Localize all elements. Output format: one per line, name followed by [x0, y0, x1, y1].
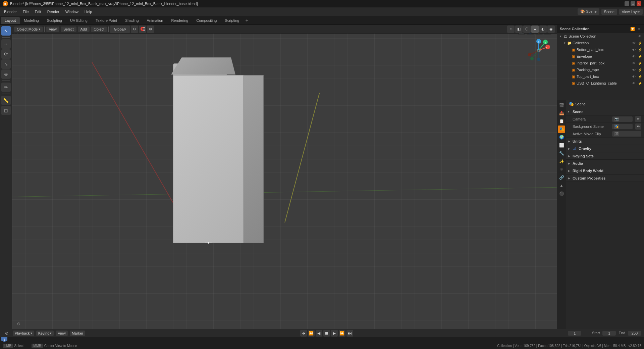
start-frame-input[interactable]: 1	[602, 331, 616, 336]
3d-viewport[interactable]: User Perspective (Local) (1) Collection …	[12, 25, 557, 329]
snap-toggle[interactable]: 🧲	[139, 26, 146, 33]
menu-file[interactable]: File	[20, 9, 32, 15]
tab-layout[interactable]: Layout	[1, 17, 20, 24]
play-button[interactable]: ▶	[331, 330, 338, 337]
render-properties-icon[interactable]: 🎬	[558, 101, 565, 109]
play-reverse-button[interactable]: ◀	[316, 330, 322, 337]
menu-help[interactable]: Help	[82, 9, 95, 15]
move-tool[interactable]: ↔	[1, 39, 11, 49]
tab-rendering[interactable]: Rendering	[167, 17, 192, 24]
transform-tool[interactable]: ⊕	[1, 69, 11, 79]
rendered-mode[interactable]: ◉	[547, 26, 555, 33]
rigid-body-world-section[interactable]: ▶ Rigid Body World	[566, 167, 644, 174]
view-layer-icon[interactable]: 📋	[558, 117, 565, 125]
scene-properties-icon[interactable]: 🎭	[558, 126, 565, 133]
outliner-item-packing-tape[interactable]: ▣ Packing_tape 👁 ⚡	[557, 66, 644, 73]
stop-button[interactable]: ⏹	[323, 330, 330, 337]
outliner-item-botton-part[interactable]: ▣ Botton_part_box 👁 ⚡	[557, 46, 644, 53]
object-properties-icon[interactable]: ⬜	[558, 142, 565, 149]
custom-properties-section[interactable]: ▶ Custom Properties	[566, 174, 644, 182]
transform-global-selector[interactable]: Global ▾	[110, 26, 130, 33]
constraints-icon[interactable]: 🔗	[558, 174, 565, 181]
close-button[interactable]: ✕	[637, 1, 641, 6]
annotate-tool[interactable]: ✏	[1, 83, 11, 92]
timeline-collapse-icon[interactable]: ⊙	[3, 329, 11, 337]
scene-selector[interactable]: Scene	[601, 9, 617, 15]
movie-clip-value[interactable]: 🎬	[612, 131, 641, 137]
tab-animation[interactable]: Animation	[143, 17, 167, 24]
view-menu[interactable]: View	[46, 27, 59, 32]
xray-toggle[interactable]: ◧	[515, 26, 523, 33]
camera-prop-value[interactable]: 📷	[612, 116, 633, 122]
jump-end-button[interactable]: ⏭	[346, 330, 353, 337]
tab-compositing[interactable]: Compositing	[192, 17, 221, 24]
tab-uv-editing[interactable]: UV Editing	[66, 17, 92, 24]
object-menu[interactable]: Object	[91, 27, 107, 32]
outliner-item-top-part[interactable]: ▣ Top_part_box 👁 ⚡	[557, 73, 644, 80]
overlay-options-icon[interactable]: ⊙	[15, 320, 23, 328]
menu-edit[interactable]: Edit	[32, 9, 44, 15]
add-cube-tool[interactable]: ◻	[1, 106, 11, 115]
world-properties-icon[interactable]: 🌍	[558, 134, 565, 141]
tab-texture-paint[interactable]: Texture Paint	[92, 17, 121, 24]
jump-start-button[interactable]: ⏮	[300, 330, 307, 337]
bg-scene-edit-icon[interactable]: ✏	[635, 123, 641, 130]
view-menu-timeline[interactable]: View	[56, 331, 68, 336]
outliner-filter-icon[interactable]: 🔽	[629, 27, 636, 32]
tab-shading[interactable]: Shading	[121, 17, 143, 24]
material-preview-mode[interactable]: ◐	[539, 26, 547, 33]
prev-keyframe-button[interactable]: ⏪	[308, 330, 315, 337]
current-frame-input[interactable]: 1	[568, 331, 581, 336]
proportional-editing[interactable]: ⊚	[147, 26, 154, 33]
keying-sets-section[interactable]: ▶ Keying Sets	[566, 152, 644, 160]
outliner-item-usb-cable[interactable]: ▣ USB_C_Lightning_cable 👁 ⚡	[557, 80, 644, 87]
keying-menu[interactable]: Keying ▾	[36, 331, 54, 336]
tab-modeling[interactable]: Modeling	[20, 17, 43, 24]
background-scene-value[interactable]: 🎭	[612, 124, 633, 129]
gravity-checkbox[interactable]: ☑	[573, 146, 576, 151]
object-mode-selector[interactable]: Object Mode ▾	[14, 27, 43, 32]
gravity-section[interactable]: ▶ ☑ Gravity	[566, 145, 644, 152]
overlay-toggle[interactable]: ⊙	[507, 26, 515, 33]
outliner-item-interior[interactable]: ▣ Interior_part_box 👁 ⚡	[557, 60, 644, 66]
tab-scripting[interactable]: Scripting	[221, 17, 243, 24]
maximize-button[interactable]: □	[631, 1, 635, 6]
outliner-item-collection[interactable]: ▾ 📁 Collection 👁 ⚡	[557, 40, 644, 46]
scene-section[interactable]: ▾ Scene	[566, 108, 644, 115]
audio-section[interactable]: ▶ Audio	[566, 160, 644, 167]
menu-render[interactable]: Render	[45, 9, 62, 15]
marker-menu[interactable]: Marker	[70, 331, 85, 336]
menu-blender[interactable]: Blender	[1, 9, 19, 15]
rotate-tool[interactable]: ⟳	[1, 49, 11, 59]
minimize-button[interactable]: ─	[625, 1, 629, 6]
measure-tool[interactable]: 📏	[1, 96, 11, 105]
outliner-item-scene-collection[interactable]: ▾ 🗂 Scene Collection 👁	[557, 33, 644, 40]
view-layer-selector[interactable]: View Layer	[619, 9, 643, 15]
render-engine-selector[interactable]: 🎨 Scene	[578, 8, 599, 15]
camera-edit-icon[interactable]: ✏	[635, 116, 641, 122]
add-menu[interactable]: Add	[78, 27, 90, 32]
playback-menu[interactable]: Playback ▾	[13, 331, 34, 336]
modifiers-icon[interactable]: 🔧	[558, 150, 565, 157]
add-workspace-button[interactable]: +	[243, 17, 251, 24]
transform-pivot-selector[interactable]: ⊙	[131, 26, 138, 33]
object-data-icon[interactable]: ▲	[558, 182, 565, 189]
end-frame-input[interactable]: 250	[628, 331, 641, 336]
solid-mode[interactable]: ●	[531, 26, 539, 33]
axis-navigation-gizmo[interactable]: X Y Z	[525, 37, 552, 64]
menu-window[interactable]: Window	[63, 9, 81, 15]
outliner-item-envelope[interactable]: ▣ Envelope 👁 ⚡	[557, 53, 644, 60]
scale-tool[interactable]: ⤡	[1, 59, 11, 69]
physics-icon[interactable]: ⚛	[558, 166, 565, 173]
wireframe-mode[interactable]: ⬡	[523, 26, 531, 33]
output-properties-icon[interactable]: 📤	[558, 109, 565, 117]
material-icon[interactable]: ⚫	[558, 190, 565, 197]
next-keyframe-button[interactable]: ⏩	[339, 330, 345, 337]
select-tool[interactable]: ↖	[1, 26, 11, 36]
units-section[interactable]: ▶ Units	[566, 138, 644, 145]
particles-icon[interactable]: ✨	[558, 158, 565, 165]
outliner-options-icon[interactable]: ≡	[637, 27, 641, 32]
tab-sculpting[interactable]: Sculpting	[43, 17, 66, 24]
select-menu[interactable]: Select	[61, 27, 76, 32]
background-scene-row: Background Scene 🎭 ✏	[566, 123, 644, 130]
